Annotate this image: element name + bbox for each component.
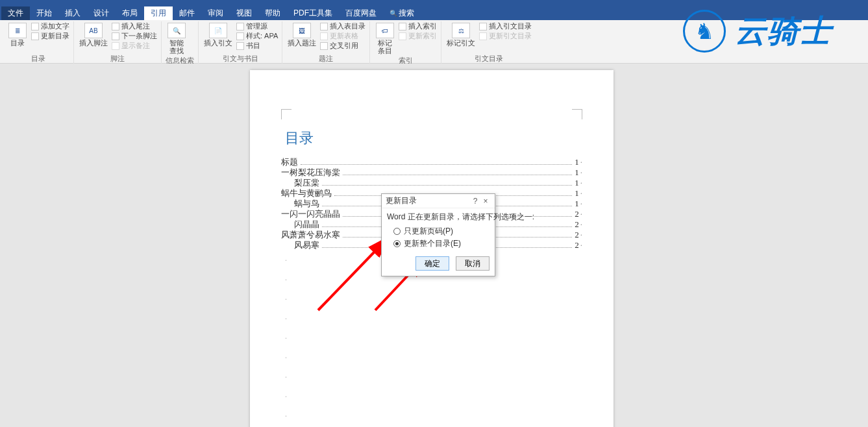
toc-entry-label: 蜗牛与黄鹂鸟: [281, 188, 332, 199]
toc-entry-label: 梨压棠: [294, 178, 319, 188]
paragraph-marker: ·: [281, 289, 582, 309]
help-icon[interactable]: ?: [470, 197, 480, 206]
toc-entry-label: 标题: [281, 157, 298, 167]
toc-dots: [322, 185, 572, 186]
toc-entry-page: 2: [575, 219, 582, 230]
style-icon: [236, 32, 244, 40]
group-authorities: ⚖ 标记引文 插入引文目录 更新引文目录 引文目录: [441, 21, 536, 64]
tab-search[interactable]: 搜索: [383, 6, 421, 20]
toc-entry-page: 1: [575, 199, 582, 209]
option-update-pages[interactable]: 只更新页码(P): [387, 225, 490, 238]
group-authorities-label: 引文目录: [445, 54, 532, 64]
option-update-all-label: 更新整个目录(E): [404, 238, 461, 249]
mark-citation-icon: ⚖: [452, 23, 470, 38]
insert-footnote-label: 插入脚注: [79, 39, 108, 47]
paragraph-marker: ·: [281, 367, 582, 387]
mark-citation-label: 标记引文: [447, 39, 475, 47]
update-toc[interactable]: 更新目录: [31, 31, 69, 41]
group-citation: 📄 插入引文 管理源 样式: APA 书目 引文与书目: [199, 21, 282, 64]
add-text-icon: [31, 23, 39, 30]
add-text[interactable]: 添加文字: [31, 21, 69, 31]
show-notes: 显示备注: [112, 41, 157, 51]
next-footnote-icon: [112, 32, 119, 40]
table-figures-icon: [320, 23, 328, 30]
toc-entry[interactable]: 梨压棠1: [281, 178, 582, 188]
toc-entry[interactable]: 标题1: [281, 157, 582, 167]
toc-entry[interactable]: 一树梨花压海棠1: [281, 167, 582, 178]
biblio-icon: [236, 42, 244, 50]
insert-endnote[interactable]: 插入尾注: [112, 21, 157, 31]
bibliography[interactable]: 书目: [236, 41, 278, 51]
cancel-button[interactable]: 取消: [456, 256, 490, 271]
tab-insert[interactable]: 插入: [58, 6, 87, 20]
toc-label: 目录: [10, 39, 25, 47]
group-index: 🏷 标记 条目 插入索引 更新索引 索引: [370, 21, 441, 64]
toc-entry-page: 1: [575, 178, 582, 188]
update-index-icon: [399, 32, 406, 40]
ok-button[interactable]: 确定: [415, 256, 449, 271]
lookup-label: 智能 查找: [169, 39, 184, 55]
group-toc: ≣ 目录 添加文字 更新目录 目录: [3, 21, 74, 64]
toc-button[interactable]: ≣ 目录: [6, 21, 29, 48]
toc-icon: ≣: [8, 23, 27, 38]
insert-authorities-icon: [479, 23, 487, 30]
mark-entry[interactable]: 🏷 标记 条目: [374, 21, 396, 56]
tab-design[interactable]: 设计: [87, 6, 116, 20]
insert-authorities[interactable]: 插入引文目录: [479, 21, 532, 31]
insert-caption[interactable]: 🖼 插入题注: [286, 21, 317, 48]
manage-sources[interactable]: 管理源: [236, 21, 278, 31]
dialog-titlebar[interactable]: 更新目录 ? ×: [382, 194, 495, 208]
toc-entry-page: 1: [575, 167, 582, 178]
update-authorities-icon: [479, 32, 487, 40]
tab-mailings[interactable]: 邮件: [173, 6, 201, 20]
toc-entry-page: 2: [575, 240, 582, 250]
toc-dots: [301, 164, 572, 165]
mark-citation[interactable]: ⚖ 标记引文: [445, 21, 477, 48]
tab-pdf[interactable]: PDF工具集: [287, 6, 339, 20]
paragraph-marker: ·: [281, 387, 582, 406]
toc-title: 目录: [281, 128, 582, 148]
tab-view[interactable]: 视图: [230, 6, 258, 20]
toc-entry-page: 1: [575, 157, 582, 167]
paragraph-marker: ·: [281, 406, 582, 426]
caption-icon: 🖼: [293, 23, 311, 38]
insert-citation[interactable]: 📄 插入引文: [203, 21, 234, 48]
manage-sources-icon: [236, 23, 244, 30]
insert-table-figures[interactable]: 插入表目录: [320, 21, 366, 31]
show-notes-icon: [112, 42, 119, 50]
tab-layout[interactable]: 布局: [116, 6, 144, 20]
tab-home[interactable]: 开始: [30, 6, 58, 20]
tab-references[interactable]: 引用: [144, 6, 173, 20]
close-icon[interactable]: ×: [480, 197, 491, 206]
option-update-all[interactable]: 更新整个目录(E): [387, 238, 490, 250]
smart-lookup[interactable]: 🔍 智能 查找: [166, 21, 188, 56]
update-table: 更新表格: [320, 31, 366, 41]
update-index: 更新索引: [399, 31, 437, 41]
insert-footnote[interactable]: AB 插入脚注: [78, 21, 109, 48]
lookup-icon: 🔍: [167, 23, 186, 38]
toc-entry-label: 一树梨花压海棠: [281, 167, 340, 178]
ribbon-tabs: 文件 开始 插入 设计 布局 引用 邮件 审阅 视图 帮助 PDF工具集 百度网…: [0, 6, 868, 20]
ribbon: ≣ 目录 添加文字 更新目录 目录 AB 插入脚注 插入尾注 下一条脚注 显示备…: [0, 20, 868, 64]
cross-reference[interactable]: 交叉引用: [320, 41, 366, 51]
tab-help[interactable]: 帮助: [258, 6, 287, 20]
mark-entry-label: 标记 条目: [378, 39, 392, 55]
update-toc-dialog: 更新目录 ? × Word 正在更新目录，请选择下列选项之一: 只更新页码(P)…: [381, 193, 495, 276]
insert-index[interactable]: 插入索引: [399, 21, 437, 31]
toc-entry-label: 闪晶晶: [294, 219, 319, 230]
group-caption: 🖼 插入题注 插入表目录 更新表格 交叉引用 题注: [282, 21, 370, 64]
toc-entry-page: 1: [575, 188, 582, 199]
group-toc-label: 目录: [6, 54, 69, 64]
crossref-icon: [320, 42, 328, 50]
style-apa[interactable]: 样式: APA: [236, 31, 278, 41]
next-footnote[interactable]: 下一条脚注: [112, 31, 157, 41]
group-footnote-label: 脚注: [78, 54, 157, 64]
tab-baidu[interactable]: 百度网盘: [339, 6, 383, 20]
tab-review[interactable]: 审阅: [201, 6, 230, 20]
margin-corner-tl: [281, 109, 291, 119]
toc-entry-label: 一闪一闪亮晶晶: [281, 209, 340, 219]
insert-index-icon: [399, 23, 406, 30]
toc-entry-label: 蜗与鸟: [294, 199, 319, 209]
tab-file[interactable]: 文件: [1, 6, 30, 20]
update-toc-icon: [31, 32, 39, 40]
